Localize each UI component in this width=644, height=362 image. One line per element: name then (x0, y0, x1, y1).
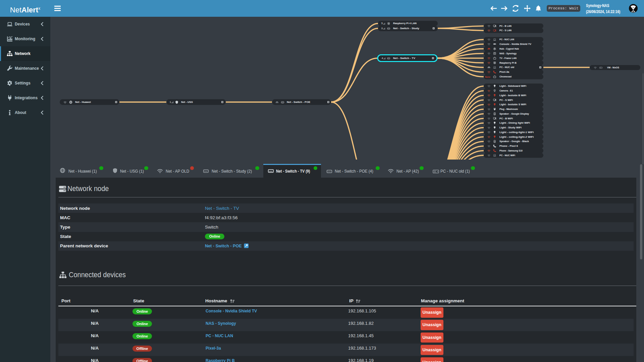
svg-text:Light - ceiling-light-1 WiFi: Light - ceiling-light-1 WiFi (499, 131, 534, 134)
svg-text:1: 1 (170, 101, 171, 103)
svg-text:Speaker - Google - Black: Speaker - Google - Black (499, 140, 529, 143)
svg-text:4: 4 (382, 57, 383, 59)
svg-text:Pixel-3a: Pixel-3a (499, 71, 509, 73)
svg-text:Chromecast: Chromecast (499, 75, 512, 78)
svg-text:Console - Nvidia Shield TV: Console - Nvidia Shield TV (499, 43, 532, 45)
svg-text:Net - Huawei: Net - Huawei (75, 101, 91, 103)
svg-text:Light - Study WiFi: Light - Study WiFi (499, 126, 522, 129)
svg-text:Light - bedside S WiFi: Light - bedside S WiFi (499, 103, 526, 106)
svg-text:5: 5 (381, 22, 383, 24)
svg-text:NAS - Synology: NAS - Synology (499, 52, 517, 55)
svg-text:Light - ceiling-light-2 WiFi: Light - ceiling-light-2 WiFi (499, 136, 534, 138)
svg-text:Plug - Washroom: Plug - Washroom (499, 108, 518, 111)
svg-text:Raspberry Pi B: Raspberry Pi B (499, 62, 517, 64)
svg-text:None: None (485, 76, 490, 78)
svg-text:PC - B LAN: PC - B LAN (499, 25, 512, 27)
svg-text:Hub - Cygnet Hub: Hub - Cygnet Hub (499, 48, 519, 50)
svg-text:PC - NUC old: PC - NUC old (499, 66, 514, 68)
svg-text:TV - Frame LAN: TV - Frame LAN (499, 57, 517, 59)
svg-text:PC - S WiFi: PC - S WiFi (499, 99, 513, 101)
svg-text:Light - Dining light WiFi: Light - Dining light WiFi (499, 122, 530, 124)
svg-text:VM - NixOS: VM - NixOS (607, 66, 619, 69)
svg-text:PC - NUC LAN: PC - NUC LAN (499, 38, 514, 41)
svg-text:Net - Switch - TV: Net - Switch - TV (393, 57, 416, 59)
svg-text:Phone - Samsung S10: Phone - Samsung S10 (499, 149, 523, 152)
svg-text:Net - Switch - Study: Net - Switch - Study (393, 27, 419, 30)
svg-text:Raspberry Pi 4 LAN: Raspberry Pi 4 LAN (393, 22, 417, 25)
svg-text:PC - NUC WiFi: PC - NUC WiFi (499, 154, 515, 157)
svg-text:PC - S LAN: PC - S LAN (499, 29, 512, 32)
svg-text:3: 3 (381, 27, 383, 29)
svg-text:Speaker - Google Display: Speaker - Google Display (499, 113, 529, 115)
svg-text:Net - USG: Net - USG (181, 101, 193, 103)
svg-text:Light - Sideboard WiFi: Light - Sideboard WiFi (499, 85, 526, 87)
svg-text:PC - B WiFi: PC - B WiFi (499, 117, 513, 120)
svg-text:Light - bedside B WiFi: Light - bedside B WiFi (499, 94, 526, 97)
svg-text:Net - Switch - POE: Net - Switch - POE (287, 101, 311, 103)
svg-text:Camera - E1: Camera - E1 (499, 89, 513, 92)
svg-text:Phone - Pixel 6: Phone - Pixel 6 (499, 145, 518, 147)
